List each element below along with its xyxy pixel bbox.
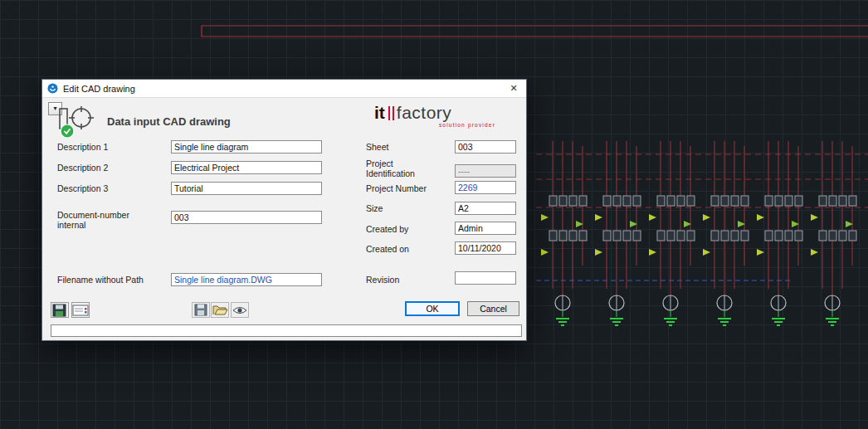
save-button[interactable]: [51, 302, 69, 318]
size-label: Size: [366, 204, 453, 214]
open-folder-icon: [212, 304, 228, 316]
brand-it-text: it: [374, 103, 385, 123]
cad-workspace[interactable]: Edit CAD drawing ✕ ▾ Data input CAD draw…: [0, 0, 868, 429]
sheet-label: Sheet: [366, 143, 453, 153]
created-on-input[interactable]: [455, 241, 516, 255]
ok-button[interactable]: OK: [405, 301, 460, 316]
electrical-schematic: [536, 134, 868, 347]
brand-factory-text: factory: [397, 103, 452, 123]
description-1-input[interactable]: [171, 140, 322, 154]
filename-input[interactable]: [171, 273, 322, 286]
app-icon: [47, 83, 58, 94]
save-icon: [52, 304, 67, 317]
project-number-label: Project Number: [366, 184, 453, 194]
open-folder-button[interactable]: [211, 302, 229, 318]
preview-button[interactable]: [231, 302, 249, 318]
sheet-input[interactable]: [455, 140, 516, 154]
preview-eye-icon: [232, 305, 248, 316]
description-2-label: Description 2: [57, 163, 165, 173]
status-bar: [51, 324, 522, 337]
edit-cad-drawing-dialog: Edit CAD drawing ✕ ▾ Data input CAD draw…: [41, 79, 527, 341]
document-number-internal-input[interactable]: [171, 211, 322, 224]
created-on-label: Created on: [366, 245, 453, 255]
cancel-button[interactable]: Cancel: [467, 301, 519, 316]
description-2-input[interactable]: [171, 161, 322, 174]
brand-bars-icon: [388, 106, 394, 120]
brand-tagline: solution provider: [374, 122, 524, 128]
dialog-titlebar[interactable]: Edit CAD drawing ✕: [42, 80, 526, 98]
filename-without-path-label: Filename without Path: [57, 275, 165, 285]
revision-label: Revision: [366, 275, 453, 285]
itfactory-logo: it factory solution provider: [374, 103, 524, 128]
cad-drawing-check-icon: [57, 105, 97, 139]
project-identification-input[interactable]: [455, 164, 516, 178]
size-input[interactable]: [455, 202, 516, 215]
description-3-label: Description 3: [57, 184, 165, 194]
created-by-input[interactable]: [455, 222, 516, 235]
dialog-title: Edit CAD drawing: [63, 84, 135, 94]
project-identification-label: Project Identification: [366, 159, 426, 178]
close-icon[interactable]: ✕: [506, 83, 521, 94]
dialog-heading: Data input CAD drawing: [107, 115, 231, 128]
data-card-icon: [72, 304, 89, 317]
description-1-label: Description 1: [57, 143, 165, 153]
save-as-icon: [194, 304, 208, 316]
revision-input[interactable]: [455, 271, 516, 285]
project-number-input[interactable]: [455, 181, 516, 194]
document-number-internal-label: Document-number internal: [57, 211, 134, 230]
description-3-input[interactable]: [171, 182, 322, 195]
save-as-button[interactable]: [192, 302, 210, 318]
data-card-button[interactable]: [71, 302, 90, 318]
created-by-label: Created by: [366, 225, 453, 235]
